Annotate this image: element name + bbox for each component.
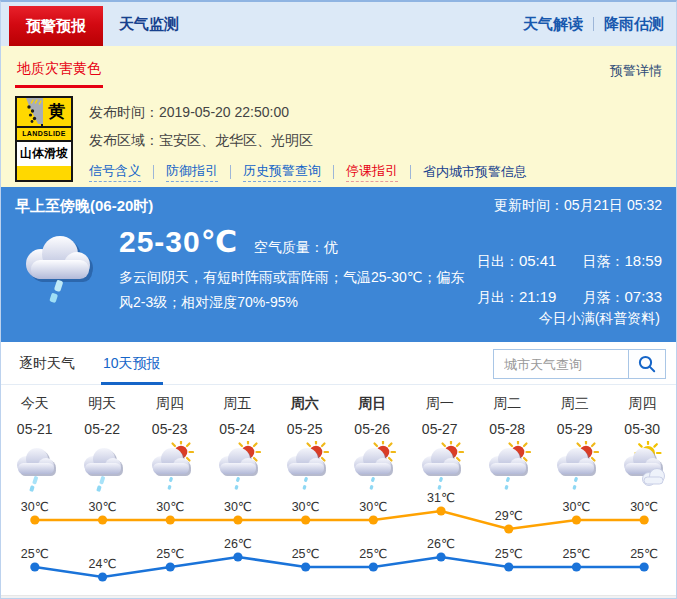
day-name: 周四 (136, 393, 204, 413)
search-icon (637, 354, 657, 374)
publish-area-line: 发布区域：宝安区、龙华区、光明区 (89, 128, 527, 152)
low-temp-label: 25℃ (562, 547, 590, 561)
sunrise-value: 05:41 (519, 252, 557, 269)
link-signal-meaning[interactable]: 信号含义 (89, 162, 141, 182)
sunset-value: 18:59 (624, 252, 662, 269)
moonrise-label: 月出： (477, 289, 519, 305)
low-temp-label: 25℃ (359, 547, 387, 561)
solar-term-link[interactable]: 今日小满(科普资料) (539, 310, 660, 328)
warning-level-char: 黄 (43, 98, 71, 126)
forecast-day-column[interactable]: 周四05-30 (609, 393, 677, 491)
high-temp-label: 30℃ (630, 500, 658, 514)
forecast-day-column[interactable]: 周六05-25 (271, 393, 339, 491)
city-search-input[interactable] (494, 350, 628, 378)
landslide-cn-label: 山体滑坡 (17, 142, 71, 166)
warning-body: 黄 LANDSLIDE 山体滑坡 发布时间：2019-05-20 22:50:0… (15, 96, 662, 182)
current-weather-panel: 早上至傍晚(06-20时) 更新时间：05月21日 05:32 (1, 187, 676, 342)
search-button[interactable] (628, 350, 665, 378)
low-temp-point (166, 562, 175, 571)
forecast-day-column[interactable]: 周二05-28 (474, 393, 542, 491)
forecast-day-column[interactable]: 周五05-24 (204, 393, 272, 491)
current-weather-rain-cloud-icon (19, 224, 105, 315)
forecast-day-column[interactable]: 明天05-22 (69, 393, 137, 491)
publish-area-value: 宝安区、龙华区、光明区 (159, 132, 313, 148)
update-time: 更新时间：05月21日 05:32 (494, 197, 662, 216)
day-name: 周二 (474, 393, 542, 413)
tab-hourly-weather[interactable]: 逐时天气 (17, 342, 77, 385)
day-date: 05-23 (136, 419, 204, 439)
weather-icon-partly-cloudy (609, 439, 677, 491)
day-date: 05-29 (541, 419, 609, 439)
link-history-query[interactable]: 历史预警查询 (243, 162, 321, 182)
high-temp-label: 31℃ (427, 491, 455, 505)
low-temp-label: 25℃ (21, 547, 49, 561)
day-date: 05-21 (1, 419, 69, 439)
weather-icon-sun-shower (136, 439, 204, 491)
link-class-suspension-guide[interactable]: 停课指引 (346, 162, 398, 182)
landslide-yellow-warning-icon: 黄 LANDSLIDE 山体滑坡 (15, 96, 73, 182)
update-time-label: 更新时间： (494, 197, 564, 213)
update-time-value: 05月21日 05:32 (564, 197, 662, 213)
city-search-box (493, 349, 666, 379)
low-temp-label: 25℃ (495, 547, 523, 561)
warning-section: 地质灾害黄色 预警详情 (1, 46, 676, 187)
ten-day-forecast: 今天05-21明天05-22周四05-23周五05-24周六05-25周日05-… (1, 385, 676, 598)
divider (153, 165, 154, 179)
bottom-strip (1, 595, 676, 598)
low-temp-point (301, 562, 310, 571)
high-temp-label: 30℃ (156, 500, 184, 514)
link-province-city-warnings[interactable]: 省内城市预警信息 (423, 163, 527, 182)
high-temp-point (301, 515, 310, 524)
forecast-day-column[interactable]: 周一05-27 (406, 393, 474, 491)
forecast-day-column[interactable]: 周日05-26 (339, 393, 407, 491)
tab-warning-forecast[interactable]: 预警预报 (9, 6, 103, 46)
tab-ten-day-forecast[interactable]: 10天预报 (101, 342, 163, 385)
temp-row: 25-30℃ 空气质量：优 (119, 224, 467, 259)
divider (593, 17, 594, 31)
air-quality-value: 优 (324, 239, 338, 255)
high-temp-label: 30℃ (562, 500, 590, 514)
link-defense-guide[interactable]: 防御指引 (166, 162, 218, 182)
high-temp-point (640, 515, 649, 524)
low-temp-point (233, 552, 242, 561)
high-temp-label: 30℃ (21, 500, 49, 514)
day-date: 05-30 (609, 419, 677, 439)
publish-time-value: 2019-05-20 22:50:00 (159, 104, 289, 120)
forecast-day-column[interactable]: 周三05-29 (541, 393, 609, 491)
divider (410, 165, 411, 179)
link-weather-interpretation[interactable]: 天气解读 (523, 15, 583, 34)
link-warning-details[interactable]: 预警详情 (610, 62, 662, 80)
day-name: 周五 (204, 393, 272, 413)
weather-icon-sun-shower (339, 439, 407, 491)
day-date: 05-27 (406, 419, 474, 439)
link-rain-estimate[interactable]: 降雨估测 (604, 15, 664, 34)
tab-weather-monitor[interactable]: 天气监测 (119, 15, 179, 34)
publish-time-label: 发布时间： (89, 104, 159, 120)
low-temp-label: 26℃ (427, 537, 455, 551)
warning-tab-row: 地质灾害黄色 预警详情 (15, 46, 662, 88)
low-temp-point (98, 572, 107, 581)
weather-icon-sun-shower (204, 439, 272, 491)
high-temp-point (504, 524, 513, 533)
moonset-label: 月落： (582, 289, 624, 305)
air-quality-label: 空气质量： (254, 239, 324, 255)
forecast-day-column[interactable]: 周四05-23 (136, 393, 204, 491)
day-date: 05-24 (204, 419, 272, 439)
current-weather-text: 25-30℃ 空气质量：优 多云间阴天，有短时阵雨或雷阵雨；气温25-30℃；偏… (119, 224, 467, 315)
day-name: 周一 (406, 393, 474, 413)
high-temp-point (369, 515, 378, 524)
low-temp-label: 24℃ (89, 557, 117, 571)
warning-links-row: 信号含义 防御指引 历史预警查询 停课指引 省内城市预警信息 (89, 162, 527, 182)
high-temp-label: 30℃ (359, 500, 387, 514)
forecast-columns: 今天05-21明天05-22周四05-23周五05-24周六05-25周日05-… (1, 385, 676, 491)
high-temp-point (233, 515, 242, 524)
forecast-period: 早上至傍晚(06-20时) (15, 197, 153, 216)
low-temp-point (369, 562, 378, 571)
low-temp-point (504, 562, 513, 571)
topbar-links: 天气解读 降雨估测 (523, 2, 664, 46)
high-temp-point (98, 515, 107, 524)
temperature-chart: 30℃30℃30℃30℃30℃30℃31℃29℃30℃30℃25℃24℃25℃2… (1, 491, 676, 595)
tab-geohazard-yellow[interactable]: 地质灾害黄色 (15, 60, 103, 88)
forecast-day-column[interactable]: 今天05-21 (1, 393, 69, 491)
high-temp-label: 29℃ (495, 509, 523, 523)
